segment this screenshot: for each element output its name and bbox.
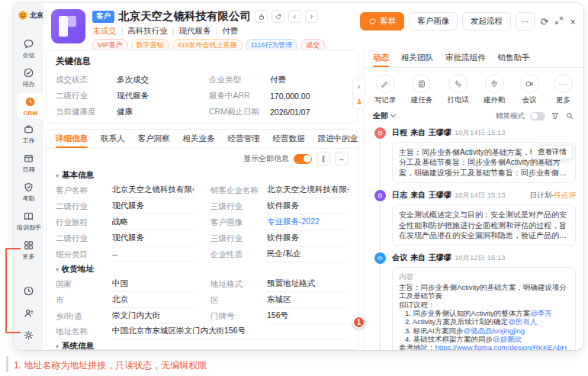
tab-detail-info[interactable]: 详细信息 — [56, 130, 88, 148]
feed-item-meeting: 会议 来自 王缪缪 10月12日 15:13 内容 主旨：同步业务侧Activi… — [374, 252, 576, 350]
next-record-button[interactable]: › — [305, 10, 318, 23]
meeting-subject: 主旨：同步业务侧Activity的基础方案，明确建设项分工及基础节奏 — [399, 283, 569, 300]
agenda-item: 4. 基础技术框架方案的同步@赵鹏欣 — [399, 335, 569, 343]
pending-review-label: 待点评 — [554, 191, 577, 199]
more-actions-button[interactable]: ··· — [516, 12, 535, 31]
tab-contacts[interactable]: 联系人 — [101, 130, 125, 148]
section-system-info[interactable]: ▾ 系统信息 — [47, 339, 358, 350]
tab-related-business[interactable]: 相关业务 — [183, 130, 215, 148]
sidebar-item-work[interactable]: 工作 — [14, 121, 43, 148]
industry: 高科技行业 — [127, 26, 178, 37]
field-city: 市北京 — [56, 292, 194, 308]
contacts-icon[interactable] — [23, 307, 34, 319]
footnote-bar — [6, 356, 8, 372]
prev-record-button[interactable]: ‹ — [288, 10, 301, 23]
left-column: 关键信息 成交状态多次成交 企业类型付费 二级行业现代服务 服务中ARR170,… — [43, 48, 363, 350]
tab-related-team[interactable]: 相关团队 — [401, 48, 433, 67]
feed-author[interactable]: 王缪缪 — [429, 190, 451, 201]
feed-author[interactable]: 王缪缪 — [429, 127, 451, 138]
panel-splitter: › — [352, 79, 365, 109]
tab-ongoing-business[interactable]: 跟进中的业务 — [318, 130, 359, 148]
sidebar-item-label: CRM — [23, 109, 37, 117]
field-industry-2: 二级行业现代服务 — [56, 198, 194, 214]
chevron-down-icon — [390, 112, 396, 117]
tab-sales-assistant[interactable]: 销售助手 — [498, 48, 530, 67]
compact-mode-toggle[interactable] — [530, 112, 545, 121]
annotation-bracket — [5, 248, 21, 333]
feed-card[interactable]: 内容 主旨：同步业务侧Activity的基础方案，明确建设项分工及基础节奏 拟订… — [392, 267, 576, 350]
feed-time: 10月12日 15:13 — [455, 253, 506, 263]
portrait-link[interactable]: 专业服务-2022 — [267, 215, 349, 230]
more-quick-actions-button[interactable]: ··· 更多 — [554, 74, 573, 105]
section-shipping-address[interactable]: ▾ 收货地址 — [47, 262, 358, 276]
tab-customer-insight[interactable]: 客户洞察 — [138, 130, 170, 148]
section-basic-info[interactable]: ▾ 基本信息 — [47, 169, 358, 182]
sidebar-item-crm[interactable]: CRM — [17, 93, 43, 119]
key-field: 成交状态多次成交 — [56, 72, 195, 88]
feed-item-schedule: 日程 来自 王缪缪 10月14日 15:13 主旨：同步业务侧Activity的… — [374, 127, 576, 183]
settings-gear-icon[interactable] — [23, 329, 34, 341]
sidebar-item-training[interactable]: 培训助手 — [14, 207, 43, 235]
mention-link[interactable]: @所有人 — [508, 317, 537, 326]
detail-card: 详细信息 联系人 客户洞察 相关业务 经营管理 经营数据 跟进中的业务 显示全部… — [46, 129, 358, 350]
lock-icon[interactable] — [255, 10, 268, 23]
view-detail-button[interactable]: 查看详情 — [532, 145, 573, 159]
mention-link[interactable]: @骆晶晶luojingjing — [464, 326, 525, 335]
customer-portrait-button[interactable]: 客户画像 — [409, 12, 458, 31]
tab-operation-mgmt[interactable]: 经营管理 — [228, 130, 260, 148]
customer-group-button[interactable]: 客群 — [360, 12, 404, 31]
feed-card[interactable]: 安全测试概述定义与目的：安全测试是对产品的安全性能和防护措施进行全面检测和评估的… — [392, 204, 576, 246]
workspace-logo[interactable]: 北京 — [14, 8, 43, 22]
collapse-panel-button[interactable]: › — [353, 79, 365, 94]
task-list-icon — [417, 79, 426, 88]
show-all-label: 显示全部信息 — [243, 153, 289, 164]
key-field: 二级行业现代服务 — [56, 88, 195, 104]
filter-funnel-icon[interactable] — [551, 111, 560, 121]
fullscreen-icon[interactable] — [554, 16, 564, 27]
tab-activity[interactable]: 动态 — [373, 48, 389, 67]
screenshot-canvas: 北京 企信 待办 CRM 工作 5 日程 — [0, 0, 588, 376]
detail-controls: 显示全部信息 ∥ ↔ — [47, 149, 358, 169]
show-all-toggle[interactable] — [294, 154, 312, 164]
field-district: 区东城区 — [210, 292, 349, 308]
compact-mode-label: 精简模式 — [496, 111, 525, 121]
tab-approval-flow[interactable]: 审批流组件 — [445, 48, 486, 67]
mention-link[interactable]: @李芳 — [530, 309, 552, 317]
column-layout-button[interactable]: ∥ — [316, 152, 330, 166]
sidebar-item-messages[interactable]: 企信 — [14, 35, 43, 63]
sidebar-item-attendance[interactable]: 考勤 — [14, 178, 43, 206]
create-task-button[interactable]: 建任务 — [411, 74, 433, 105]
main-area: 客户 北京天空之镜科技有限公司 ‹ › 未成交 高科技行业 现代服务 付费 — [43, 3, 583, 350]
customer-header: 客户 北京天空之镜科技有限公司 ‹ › 未成交 高科技行业 现代服务 付费 — [43, 3, 583, 48]
log-icon — [374, 190, 386, 201]
feed-card[interactable]: 主旨：同步业务侧Activity的基础方案，明确建设项分工及基础节奏旨：同步业务… — [392, 142, 576, 183]
close-icon[interactable]: × — [570, 17, 576, 27]
meeting-icon — [374, 252, 386, 264]
sidebar-item-calendar[interactable]: 5 日程 — [14, 149, 43, 177]
feed-filter-row: 全部 精简模式 — [364, 108, 583, 126]
refresh-icon[interactable]: ⟳ — [541, 17, 549, 27]
meeting-button[interactable]: 会议 — [520, 74, 539, 105]
activity-tabs: 动态 相关团队 审批流组件 销售助手 — [364, 48, 583, 68]
make-call-button[interactable]: 打电话 — [447, 74, 469, 105]
header-actions: 客群 客户画像 发起流程 ··· ⟳ × — [360, 12, 576, 31]
phone-icon — [454, 79, 463, 88]
search-icon[interactable] — [565, 111, 574, 121]
mention-link[interactable]: @赵鹏欣 — [493, 335, 522, 343]
feed-item-log: 日志 来自 王缪缪 10月14日 15:13 日计划-待点评 安全测试概述定义与… — [374, 190, 576, 246]
create-fieldwork-button[interactable]: 建外勤 — [484, 74, 506, 105]
assistant-icon[interactable] — [353, 94, 365, 108]
write-note-button[interactable]: 写记录 — [374, 74, 397, 105]
sidebar-item-todo[interactable]: 待办 — [14, 64, 43, 92]
detail-tabs: 详细信息 联系人 客户洞察 相关业务 经营管理 经营数据 跟进中的业务 — [47, 130, 358, 149]
feed-author[interactable]: 王缪缪 — [429, 252, 451, 263]
filter-all-dropdown[interactable]: 全部 — [373, 111, 395, 121]
reference-line: 参考地址：https://www.figma.com/design/RKKEAb… — [399, 343, 569, 350]
tab-operation-data[interactable]: 经营数据 — [273, 130, 305, 148]
tag-icon[interactable] — [272, 10, 284, 23]
history-icon[interactable] — [23, 285, 34, 297]
field-industry-2b: 二级行业现代服务 — [56, 230, 194, 246]
start-flow-button[interactable]: 发起流程 — [462, 12, 511, 31]
sub-industry: 现代服务 — [178, 26, 222, 37]
expand-width-button[interactable]: ↔ — [335, 152, 349, 166]
